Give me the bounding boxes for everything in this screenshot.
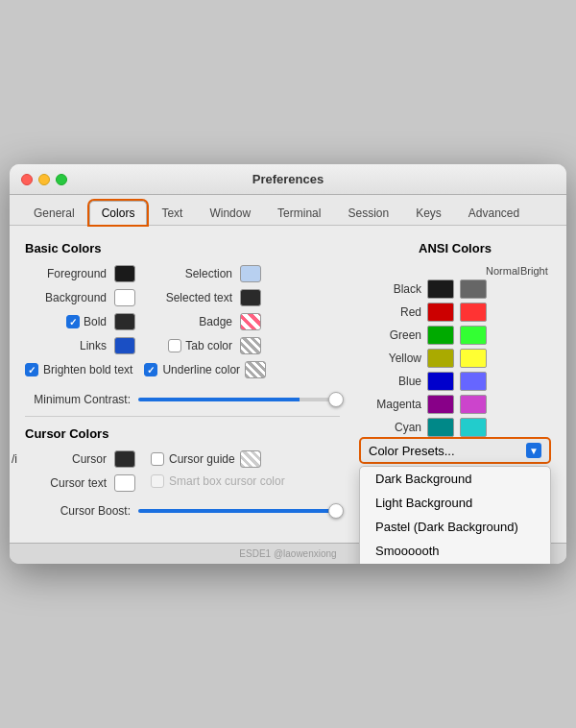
cursor-text-swatch[interactable]	[114, 474, 135, 492]
tab-keys[interactable]: Keys	[403, 201, 454, 225]
ansi-red-row: Red	[359, 303, 551, 322]
ansi-green-name: Green	[359, 328, 421, 342]
smart-box-label: Smart box cursor color	[169, 474, 285, 488]
main-columns: Basic Colors Foreground Background	[25, 241, 551, 527]
cursor-colors-rows: Cursor Cursor text Cursor guide	[25, 450, 340, 498]
tab-general[interactable]: General	[21, 201, 87, 225]
background-label: Background	[25, 291, 107, 304]
tab-advanced[interactable]: Advanced	[456, 201, 532, 225]
color-presets-label: Color Presets...	[369, 444, 455, 458]
color-presets-dropdown-area: Color Presets... ▼ Dark Background Light…	[359, 437, 551, 564]
color-presets-button[interactable]: Color Presets... ▼	[359, 437, 551, 464]
tab-window[interactable]: Window	[197, 201, 263, 225]
cursor-boost-label: Cursor Boost:	[25, 504, 131, 518]
ansi-magenta-name: Magenta	[359, 398, 421, 411]
underline-color-label: Underline color	[162, 363, 240, 376]
ansi-cyan-row: Cyan	[359, 418, 551, 437]
cursor-left: Cursor Cursor text	[25, 450, 135, 498]
selected-text-swatch[interactable]	[240, 289, 261, 306]
bold-row: Bold	[25, 313, 135, 330]
links-label: Links	[25, 339, 107, 352]
cursor-boost-slider[interactable]	[138, 509, 340, 513]
ansi-magenta-row: Magenta	[359, 395, 551, 414]
tab-color-swatch[interactable]	[240, 337, 261, 354]
left-column: Basic Colors Foreground Background	[25, 241, 340, 527]
menu-solarized-dark-1[interactable]: Solarized Dark	[360, 563, 550, 564]
close-button[interactable]	[21, 174, 33, 185]
tab-text[interactable]: Text	[149, 201, 195, 225]
min-contrast-thumb[interactable]	[328, 392, 344, 407]
ansi-blue-normal[interactable]	[427, 372, 454, 391]
ansi-black-bright[interactable]	[460, 279, 487, 299]
smart-box-row: Smart box cursor color	[151, 474, 285, 488]
ansi-magenta-normal[interactable]	[427, 395, 454, 414]
ansi-cyan-bright[interactable]	[460, 418, 487, 437]
ansi-yellow-normal[interactable]	[427, 349, 454, 368]
ansi-black-name: Black	[359, 282, 421, 296]
cursor-text-row: Cursor text	[25, 474, 135, 492]
watermark-text: ESDE1 @laowenxiong	[239, 548, 336, 559]
tab-color-label: Tab color	[151, 339, 232, 352]
ansi-black-row: Black	[359, 279, 551, 299]
cursor-guide-checkbox[interactable]	[151, 452, 164, 466]
underline-color-row: Underline color	[144, 361, 266, 378]
tab-color-checkbox[interactable]	[168, 339, 181, 352]
basic-colors-left: Foreground Background Bold	[25, 265, 135, 361]
ansi-green-bright[interactable]	[460, 326, 487, 345]
tab-terminal[interactable]: Terminal	[265, 201, 333, 225]
brighten-bold-row: Brighten bold text	[25, 361, 132, 378]
ansi-red-bright[interactable]	[460, 303, 487, 322]
cursor-boost-thumb[interactable]	[328, 503, 344, 519]
foreground-label: Foreground	[25, 267, 107, 280]
bold-checkbox[interactable]	[66, 315, 80, 328]
bold-swatch[interactable]	[114, 313, 135, 330]
foreground-swatch[interactable]	[114, 265, 135, 282]
cursor-guide-swatch[interactable]	[240, 450, 261, 468]
ansi-blue-bright[interactable]	[460, 372, 487, 391]
minimize-button[interactable]	[38, 174, 50, 185]
ansi-cyan-normal[interactable]	[427, 418, 454, 437]
ansi-header: Normal Bright	[359, 265, 551, 277]
content-area: Basic Colors Foreground Background	[10, 226, 566, 543]
edge-indicator: /i	[12, 452, 17, 466]
cursor-boost-row: Cursor Boost:	[25, 504, 340, 518]
underline-color-swatch[interactable]	[245, 361, 266, 378]
badge-swatch[interactable]	[240, 313, 261, 330]
ansi-blue-name: Blue	[359, 375, 421, 388]
ansi-red-name: Red	[359, 305, 421, 319]
ansi-normal-header: Normal	[486, 265, 513, 277]
bold-label: Bold	[25, 315, 107, 328]
cursor-right: Cursor guide Smart box cursor color	[151, 450, 285, 498]
cursor-guide-label: Cursor guide	[169, 452, 235, 466]
smart-box-checkbox[interactable]	[151, 474, 164, 488]
background-swatch[interactable]	[114, 289, 135, 306]
ansi-green-row: Green	[359, 326, 551, 345]
tab-colors[interactable]: Colors	[89, 201, 148, 225]
ansi-yellow-bright[interactable]	[460, 349, 487, 368]
ansi-red-normal[interactable]	[427, 303, 454, 322]
tab-color-row: Tab color	[151, 337, 261, 354]
menu-dark-background[interactable]: Dark Background	[360, 467, 550, 491]
ansi-green-normal[interactable]	[427, 326, 454, 345]
menu-smoooooth[interactable]: Smoooooth	[360, 539, 550, 563]
links-row: Links	[25, 337, 135, 354]
menu-light-background[interactable]: Light Background	[360, 491, 550, 515]
cursor-row: Cursor	[25, 450, 135, 468]
selection-swatch[interactable]	[240, 265, 261, 282]
ansi-blue-row: Blue	[359, 372, 551, 391]
underline-color-checkbox[interactable]	[144, 363, 157, 376]
brighten-bold-checkbox[interactable]	[25, 363, 38, 376]
cursor-swatch[interactable]	[114, 450, 135, 468]
section-divider	[25, 416, 340, 417]
maximize-button[interactable]	[56, 174, 67, 185]
links-swatch[interactable]	[114, 337, 135, 354]
tabs-bar: General Colors Text Window Terminal Sess…	[10, 195, 566, 226]
ansi-column: ANSI Colors Normal Bright Black Red	[359, 241, 551, 527]
cursor-text-label: Cursor text	[25, 476, 107, 490]
ansi-black-normal[interactable]	[427, 279, 454, 299]
tab-session[interactable]: Session	[335, 201, 401, 225]
min-contrast-slider[interactable]	[138, 398, 340, 401]
brighten-bold-label: Brighten bold text	[43, 363, 132, 376]
ansi-magenta-bright[interactable]	[460, 395, 487, 414]
menu-pastel-dark[interactable]: Pastel (Dark Background)	[360, 515, 550, 539]
